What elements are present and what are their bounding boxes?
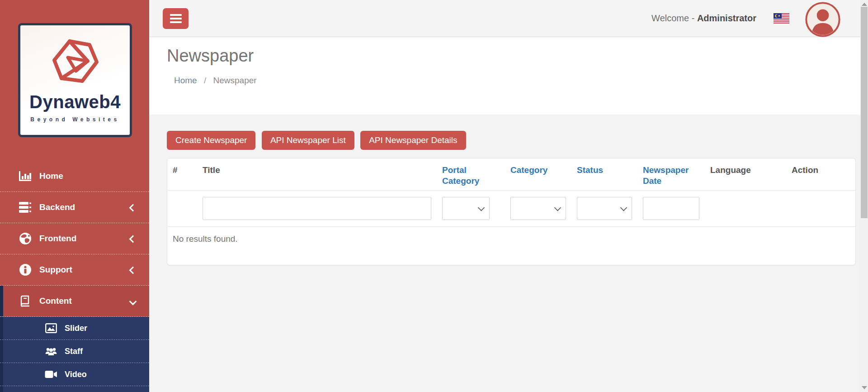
category-filter-select[interactable] xyxy=(510,197,566,220)
sort-link-category[interactable]: Category xyxy=(510,165,547,175)
column-header-portal-category: Portal Category xyxy=(437,158,505,191)
main-content: Create Newspaper API Newspaper List API … xyxy=(149,115,860,392)
sidebar-item-label: Support xyxy=(39,265,72,275)
sidebar-menu: Home Backend xyxy=(0,161,149,392)
column-header-title: Title xyxy=(197,158,437,191)
breadcrumb-current: Newspaper xyxy=(213,76,257,85)
sidebar-item-frontend[interactable]: Frontend xyxy=(0,223,149,254)
brand-name: Dynaweb4 xyxy=(29,92,121,112)
server-stack-icon xyxy=(16,201,34,213)
column-header-status: Status xyxy=(571,158,637,191)
brand-tagline: Beyond Websites xyxy=(30,116,119,123)
column-header-newspaper-date: Newspaper Date xyxy=(637,158,705,191)
sort-link-portal-category[interactable]: Portal Category xyxy=(442,165,479,186)
bar-chart-icon xyxy=(16,170,34,182)
sidebar-toggle-button[interactable] xyxy=(163,8,189,29)
sidebar-subitem-slider[interactable]: Slider xyxy=(0,317,149,340)
hamburger-menu-icon xyxy=(170,14,182,16)
breadcrumb-home-link[interactable]: Home xyxy=(174,76,197,85)
sidebar-subitem-label: Slider xyxy=(65,324,87,333)
admin-app: Dynaweb4 Beyond Websites Home xyxy=(0,0,868,392)
chevron-left-icon xyxy=(129,235,137,243)
globe-icon xyxy=(16,232,34,245)
sidebar-subitem-staff[interactable]: Staff xyxy=(0,340,149,363)
book-icon xyxy=(16,295,34,307)
vertical-scrollbar[interactable] xyxy=(860,0,868,392)
api-newspaper-list-button[interactable]: API Newspaper List xyxy=(262,131,354,150)
grid-panel: # Title Portal Category Category Status … xyxy=(167,158,856,265)
title-filter-input[interactable] xyxy=(203,197,431,220)
content-header: Newspaper Home / Newspaper xyxy=(149,37,860,115)
video-camera-icon xyxy=(43,370,59,378)
create-newspaper-button[interactable]: Create Newspaper xyxy=(167,131,255,150)
column-header-language: Language xyxy=(705,158,786,191)
content-submenu: Slider Staff xyxy=(0,317,149,392)
table-filter-row xyxy=(167,191,856,227)
brand-logo-icon xyxy=(48,38,102,90)
sidebar-item-label: Frontend xyxy=(39,234,76,244)
info-circle-icon xyxy=(16,263,34,276)
scroll-up-arrow-icon[interactable] xyxy=(862,3,867,6)
scroll-down-arrow-icon[interactable] xyxy=(862,386,867,389)
newspaper-table: # Title Portal Category Category Status … xyxy=(167,158,856,265)
sidebar: Dynaweb4 Beyond Websites Home xyxy=(0,0,149,392)
column-header-category: Category xyxy=(505,158,571,191)
portal-category-filter-select[interactable] xyxy=(442,197,490,220)
malaysia-flag-icon[interactable] xyxy=(774,13,789,24)
newspaper-date-filter-input[interactable] xyxy=(643,197,699,220)
sidebar-item-support[interactable]: Support xyxy=(0,254,149,286)
sidebar-item-backend[interactable]: Backend xyxy=(0,192,149,223)
table-header-row: # Title Portal Category Category Status … xyxy=(167,158,856,191)
topbar: Welcome - Administrator xyxy=(149,0,860,37)
api-newspaper-details-button[interactable]: API Newspaper Details xyxy=(360,131,466,150)
page-title: Newspaper xyxy=(167,46,860,66)
sort-link-newspaper-date[interactable]: Newspaper Date xyxy=(643,165,689,186)
toolbar: Create Newspaper API Newspaper List API … xyxy=(167,131,860,150)
users-icon xyxy=(43,346,59,356)
column-header-index: # xyxy=(167,158,197,191)
chevron-down-icon xyxy=(129,298,137,306)
scrollbar-thumb[interactable] xyxy=(861,7,868,218)
breadcrumb-separator: / xyxy=(204,76,206,85)
status-filter-select[interactable] xyxy=(577,197,632,220)
sort-link-status[interactable]: Status xyxy=(577,165,603,175)
brand-logo[interactable]: Dynaweb4 Beyond Websites xyxy=(18,23,132,137)
image-icon xyxy=(43,323,59,333)
sidebar-subitem-label: Staff xyxy=(65,347,83,356)
user-avatar[interactable] xyxy=(805,2,840,37)
column-header-action: Action xyxy=(786,158,856,191)
chevron-left-icon xyxy=(129,204,137,212)
empty-results-text: No results found. xyxy=(167,227,856,265)
sidebar-subitem-label: Video xyxy=(65,370,87,379)
topbar-right: Welcome - Administrator xyxy=(651,1,840,36)
welcome-text: Welcome - Administrator xyxy=(651,13,756,24)
sidebar-item-content[interactable]: Content xyxy=(0,286,149,317)
username: Administrator xyxy=(697,13,756,23)
sidebar-item-label: Backend xyxy=(39,202,75,212)
sidebar-item-home[interactable]: Home xyxy=(0,161,149,192)
sidebar-subitem-video[interactable]: Video xyxy=(0,363,149,386)
breadcrumb: Home / Newspaper xyxy=(174,76,860,86)
empty-results-row: No results found. xyxy=(167,227,856,265)
sidebar-item-label: Home xyxy=(39,171,63,181)
chevron-left-icon xyxy=(129,267,137,274)
sidebar-item-label: Content xyxy=(39,296,72,306)
